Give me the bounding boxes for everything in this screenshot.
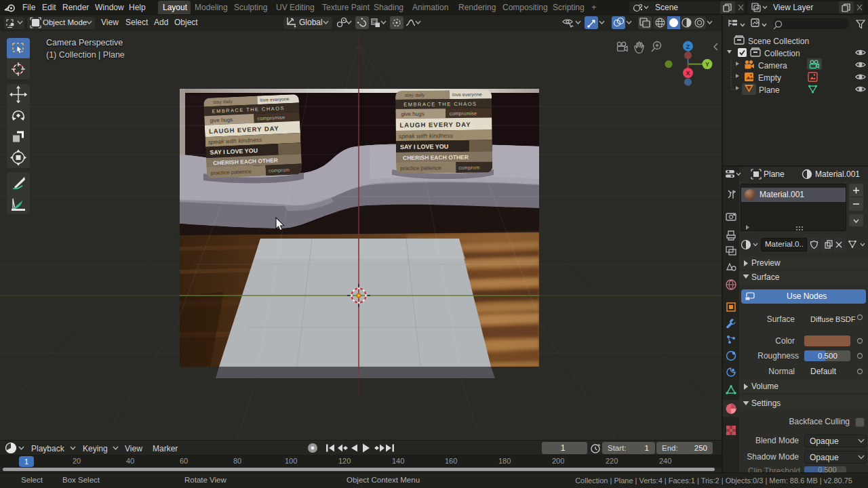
svg-text:Y: Y [705,61,709,68]
svg-text:Z: Z [686,43,690,50]
svg-text:1: 1 [645,444,649,452]
svg-text:Start:: Start: [608,444,626,452]
svg-text:1: 1 [561,443,566,453]
svg-text:End:: End: [662,444,678,452]
svg-text:X: X [686,70,690,77]
svg-text:250: 250 [694,444,707,452]
